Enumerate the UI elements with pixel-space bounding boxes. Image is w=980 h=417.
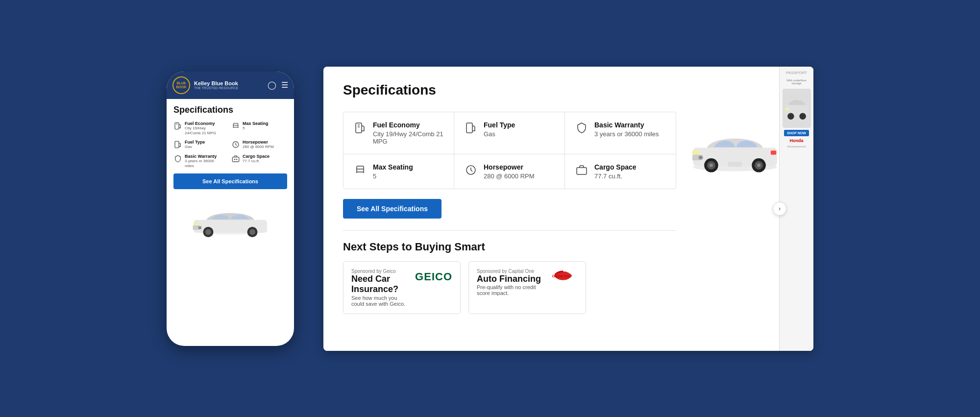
- mobile-see-all-specs-button[interactable]: See All Specifications: [173, 173, 287, 189]
- mobile-header-icons: ◯ ☰: [268, 80, 288, 90]
- mobile-spec-fuel-economy: Fuel Economy City 19/Hwy24/Comb 21 MPG: [173, 121, 229, 136]
- mobile-mockup: BLUE BOOK Kelley Blue Book THE TRUSTED R…: [167, 72, 294, 346]
- mobile-cargo-space-icon: [231, 154, 240, 163]
- ad-shop-now-button[interactable]: SHOP NOW: [784, 130, 809, 136]
- ad-honda-brand: Honda: [790, 138, 804, 143]
- mobile-fuel-type-label: Fuel Type: [185, 140, 205, 145]
- desktop-see-all-specs-button[interactable]: See All Specifications: [343, 199, 441, 219]
- mobile-cargo-space-value: 77.7 cu.ft.: [243, 159, 270, 164]
- mobile-fuel-type-value: Gas: [185, 145, 205, 149]
- desktop-spec-basic-warranty-info: Basic Warranty 3 years or 36000 miles: [594, 121, 659, 138]
- next-steps-cards: Sponsored by Geico Need Car Insurance? S…: [343, 261, 676, 314]
- user-icon[interactable]: ◯: [268, 80, 276, 90]
- desktop-car-svg: H: [686, 114, 784, 178]
- passport-subtitle: With underfloor storage: [782, 79, 811, 85]
- mobile-max-seating-icon: [231, 122, 240, 130]
- svg-point-4: [234, 159, 235, 159]
- svg-point-28: [757, 163, 760, 167]
- mobile-fuel-economy-value: City 19/Hwy24/Comb 21 MPG: [185, 126, 216, 136]
- mobile-spec-fuel-type: Fuel Type Gas: [173, 140, 229, 149]
- geico-logo: GEICO: [415, 270, 452, 283]
- desktop-panel: Specifications Fuel Economy City 19/Hwy …: [323, 67, 813, 351]
- mobile-cargo-space-label: Cargo Space: [243, 154, 270, 159]
- menu-icon[interactable]: ☰: [281, 80, 288, 90]
- mobile-spec-basic-warranty: Basic Warranty 3 years or 36000miles: [173, 154, 229, 169]
- svg-rect-29: [692, 150, 699, 155]
- geico-logo-container: GEICO: [410, 269, 452, 283]
- desktop-specs-grid: Fuel Economy City 19/Hwy 24/Comb 21 MPG …: [343, 112, 676, 189]
- geico-card: Sponsored by Geico Need Car Insurance? S…: [343, 261, 461, 314]
- capital-one-card: Sponsored by Capital One Auto Financing …: [468, 261, 586, 314]
- svg-rect-19: [577, 168, 587, 174]
- svg-text:Capital One: Capital One: [552, 274, 571, 278]
- desktop-spec-cargo-space: Cargo Space 77.7 cu.ft.: [565, 154, 676, 189]
- svg-rect-16: [356, 123, 362, 133]
- desktop-cargo-space-value: 77.7 cu.ft.: [594, 172, 637, 180]
- mobile-spec-horsepower-text: Horsepower 280 @ 6000 RPM: [243, 140, 274, 149]
- desktop-content: Specifications Fuel Economy City 19/Hwy …: [323, 67, 813, 351]
- mobile-max-seating-label: Max Seating: [243, 121, 269, 126]
- mobile-content: Specifications Fuel Economy City 19/Hwy2…: [167, 99, 294, 246]
- desktop-fuel-economy-label: Fuel Economy: [373, 121, 444, 129]
- mobile-basic-warranty-value: 3 years or 36000miles: [185, 159, 217, 169]
- desktop-fuel-type-value: Gas: [484, 130, 515, 138]
- mobile-spec-cargo-space: Cargo Space 77.7 cu.ft.: [231, 154, 287, 169]
- capital-one-logo-container: Capital One: [543, 269, 578, 283]
- mobile-horsepower-icon: [231, 140, 240, 149]
- mobile-basic-warranty-label: Basic Warranty: [185, 154, 217, 159]
- mobile-spec-fuel-type-text: Fuel Type Gas: [185, 140, 205, 149]
- svg-point-11: [249, 229, 255, 235]
- desktop-section-title: Specifications: [343, 82, 794, 98]
- desktop-basic-warranty-label: Basic Warranty: [594, 121, 659, 129]
- desktop-spec-fuel-economy: Fuel Economy City 19/Hwy 24/Comb 21 MPG: [343, 112, 454, 154]
- desktop-spec-max-seating: Max Seating 5: [343, 154, 454, 189]
- kbb-brand-subtitle: THE TRUSTED RESOURCE: [194, 86, 239, 90]
- desktop-fuel-economy-icon: [353, 121, 367, 135]
- desktop-car-image: H: [686, 112, 784, 180]
- kbb-logo: BLUE BOOK: [172, 76, 190, 94]
- capital-one-card-left: Sponsored by Capital One Auto Financing …: [477, 269, 543, 296]
- mobile-fuel-economy-label: Fuel Economy: [185, 121, 216, 126]
- desktop-fuel-type-icon: [464, 121, 478, 135]
- mobile-fuel-economy-icon: [173, 122, 182, 130]
- svg-point-9: [205, 229, 211, 235]
- capital-one-card-row: Sponsored by Capital One Auto Financing …: [477, 269, 578, 296]
- svg-point-36: [787, 113, 794, 120]
- mobile-car-image: H: [173, 196, 287, 240]
- mobile-spec-fuel-economy-text: Fuel Economy City 19/Hwy24/Comb 21 MPG: [185, 121, 216, 136]
- desktop-spec-max-seating-info: Max Seating 5: [373, 163, 413, 180]
- capital-one-card-title: Auto Financing: [477, 274, 543, 285]
- desktop-basic-warranty-value: 3 years or 36000 miles: [594, 130, 659, 138]
- geico-card-row: Sponsored by Geico Need Car Insurance? S…: [351, 269, 452, 307]
- mobile-spec-max-seating: Max Seating 5: [231, 121, 287, 136]
- desktop-spec-fuel-type-info: Fuel Type Gas: [484, 121, 515, 138]
- svg-rect-33: [771, 150, 776, 155]
- mobile-max-seating-value: 5: [243, 126, 269, 131]
- desktop-spec-basic-warranty: Basic Warranty 3 years or 36000 miles: [565, 112, 676, 154]
- mobile-specs-grid: Fuel Economy City 19/Hwy24/Comb 21 MPG M…: [173, 121, 287, 169]
- svg-rect-38: [785, 107, 789, 110]
- mobile-header: BLUE BOOK Kelley Blue Book THE TRUSTED R…: [167, 72, 294, 99]
- desktop-spec-cargo-space-info: Cargo Space 77.7 cu.ft.: [594, 163, 637, 180]
- kbb-brand-name: Kelley Blue Book: [194, 80, 239, 86]
- geico-sponsor: Sponsored by Geico: [351, 269, 410, 274]
- desktop-horsepower-icon: [464, 163, 478, 177]
- mobile-horsepower-value: 280 @ 6000 RPM: [243, 145, 274, 149]
- svg-text:H: H: [700, 156, 702, 159]
- svg-rect-34: [728, 162, 742, 167]
- capital-one-logo: Capital One: [548, 269, 578, 283]
- ad-chevron-right-button[interactable]: ›: [773, 202, 786, 216]
- mobile-fuel-type-icon: [173, 140, 182, 149]
- mobile-spec-max-seating-text: Max Seating 5: [243, 121, 269, 131]
- svg-rect-17: [466, 123, 472, 133]
- capital-one-card-description: Pre-qualify with no credit score impact.: [477, 284, 543, 296]
- desktop-spec-fuel-economy-info: Fuel Economy City 19/Hwy 24/Comb 21 MPG: [373, 121, 444, 145]
- kbb-logo-text: BLUE BOOK: [173, 81, 189, 89]
- svg-text:H: H: [199, 226, 201, 229]
- svg-point-37: [799, 113, 806, 120]
- svg-point-5: [236, 159, 237, 159]
- svg-rect-0: [175, 123, 179, 129]
- svg-rect-12: [194, 222, 199, 225]
- passport-model-text: PASSPORT: [786, 71, 807, 75]
- desktop-max-seating-label: Max Seating: [373, 163, 413, 171]
